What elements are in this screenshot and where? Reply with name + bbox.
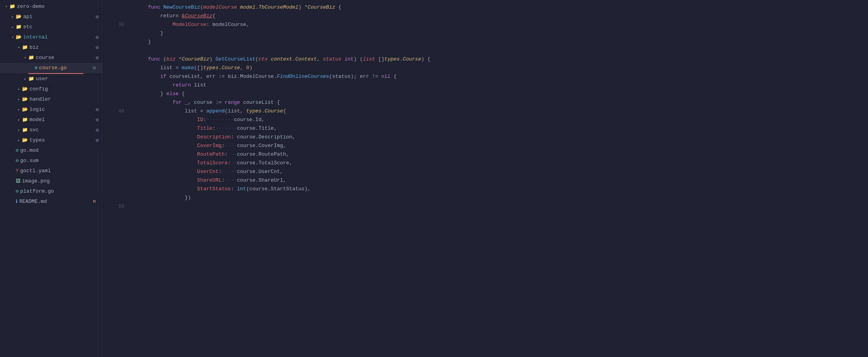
sidebar-item-user[interactable]: 📁 user [0, 74, 102, 84]
sidebar-item-svc[interactable]: 📁 svc [0, 125, 102, 135]
sidebar-item-image-png[interactable]: 🖼 image.png [0, 176, 102, 186]
platform-go-label: platform.go [20, 187, 54, 196]
sidebar-item-goctl-yaml[interactable]: Y goctl.yaml [0, 166, 102, 176]
sidebar-item-platform-go[interactable]: ⚙ platform.go [0, 186, 102, 197]
types-dot [96, 139, 99, 142]
file-explorer: 📁 zero-demo 📂 api 📁 etc 📂 internal 📁 biz… [0, 0, 102, 357]
model-label: model [30, 116, 45, 124]
etc-folder-icon: 📁 [16, 23, 22, 31]
root-folder-icon: 📁 [9, 2, 15, 11]
sidebar-item-handler[interactable]: 📂 handler [0, 94, 102, 105]
go-sum-icon: ⚙ [16, 156, 18, 165]
go-mod-label: go.mod [20, 146, 39, 155]
code-line-3: ModelCourse: modelCourse, [148, 20, 868, 29]
editor-body: 30 40 [102, 0, 868, 357]
api-arrow [9, 13, 16, 21]
logic-dot [96, 108, 99, 111]
goctl-yaml-label: goctl.yaml [20, 167, 51, 175]
code-line-1: func NewCourseBiz(modelCourse model.TbCo… [148, 3, 868, 12]
course-go-icon: ⚙ [35, 64, 37, 72]
internal-arrow [9, 33, 16, 42]
code-line-20: ShareURL:····course.ShareUrl, [148, 176, 868, 185]
goctl-yaml-icon: Y [16, 167, 18, 175]
sidebar-item-model[interactable]: 📁 model [0, 115, 102, 125]
linenum-blank9 [110, 81, 124, 90]
course-go-label: course.go [39, 64, 66, 72]
code-content[interactable]: func NewCourseBiz(modelCourse model.TbCo… [142, 3, 868, 357]
biz-label: biz [30, 43, 39, 52]
internal-dot [96, 36, 99, 39]
sidebar-item-readme-md[interactable]: ℹ README.md M [0, 197, 102, 207]
gutter-dots-col [102, 3, 110, 357]
svc-folder-icon: 📁 [22, 126, 28, 134]
code-line-13: ID:·········course.Id, [148, 116, 868, 124]
code-line-8: if courseList, err := biz.ModelCourse.Fi… [148, 72, 868, 81]
readme-md-badge: M [93, 197, 99, 206]
model-dot [96, 118, 99, 121]
linenum-blank20 [110, 185, 124, 193]
course-folder-label: course [36, 53, 54, 62]
code-line-4: } [148, 29, 868, 38]
code-line-15: Description: course.Description, [148, 133, 868, 142]
etc-arrow [9, 23, 16, 31]
biz-dot [96, 46, 99, 49]
handler-label: handler [30, 95, 51, 104]
code-line-14: Title:·······course.Title, [148, 124, 868, 133]
svc-arrow [16, 126, 22, 134]
linenum-blank13 [110, 124, 124, 133]
sidebar-item-etc[interactable]: 📁 etc [0, 22, 102, 32]
image-png-label: image.png [22, 177, 50, 186]
linenum-blank15 [110, 142, 124, 150]
code-line-16: CoverImg:····course.CoverImg, [148, 142, 868, 150]
image-png-icon: 🖼 [16, 177, 20, 186]
code-line-blank [148, 46, 868, 55]
linenum-blank19 [110, 176, 124, 185]
course-dot [96, 56, 99, 59]
linenum-40: 40 [110, 107, 124, 116]
config-label: config [30, 85, 48, 94]
internal-folder-icon: 📂 [16, 33, 22, 42]
line-numbers: 30 40 [110, 3, 129, 357]
linenum-blank17 [110, 159, 124, 167]
sidebar-item-go-mod[interactable]: ⚙ go.mod [0, 145, 102, 156]
tree-root[interactable]: 📁 zero-demo [0, 2, 102, 12]
model-folder-icon: 📁 [22, 116, 28, 124]
code-line-2: return &CourseBiz{ [148, 12, 868, 20]
biz-folder-icon: 📁 [22, 43, 28, 52]
sidebar-item-logic[interactable]: 📂 logic [0, 105, 102, 115]
linenum-blank4 [110, 38, 124, 46]
indent-arrows-col [129, 3, 142, 357]
course-go-badge: U [93, 64, 99, 72]
code-line-10: } else { [148, 90, 868, 98]
sidebar-item-course-go[interactable]: ⚙ course.go U [0, 63, 102, 73]
logic-label: logic [30, 105, 45, 114]
linenum-blank12 [110, 116, 124, 124]
user-label: user [36, 75, 48, 83]
code-editor[interactable]: 30 40 [102, 0, 868, 357]
types-arrow [16, 136, 22, 145]
sidebar-item-types[interactable]: 📂 types [0, 135, 102, 145]
code-line-11: for _, course := range courseList { [148, 98, 868, 107]
sidebar-item-go-sum[interactable]: ⚙ go.sum [0, 156, 102, 166]
handler-arrow [16, 95, 22, 104]
root-label: zero-demo [17, 2, 44, 11]
types-folder-icon: 📂 [22, 136, 28, 145]
sidebar-item-api[interactable]: 📂 api [0, 12, 102, 22]
code-line-6: func (biz *CourseBiz) GetCourseList(ctx … [148, 55, 868, 64]
sidebar-item-course-folder[interactable]: 📁 course [0, 53, 102, 63]
linenum-blank11 [110, 98, 124, 107]
model-arrow [16, 116, 22, 124]
linenum-30: 30 [110, 20, 124, 29]
code-line-18: TotalScore:··course.TotalScore, [148, 159, 868, 167]
linenum-blank8 [110, 72, 124, 81]
sidebar-item-internal[interactable]: 📂 internal [0, 32, 102, 42]
api-folder-icon: 📂 [16, 13, 22, 21]
api-label: api [23, 13, 32, 21]
go-sum-label: go.sum [20, 156, 39, 165]
svc-dot [96, 129, 99, 132]
sidebar-item-biz[interactable]: 📁 biz [0, 42, 102, 53]
etc-label: etc [23, 23, 32, 31]
linenum-blank6 [110, 55, 124, 64]
linenum-blank21 [110, 193, 124, 202]
sidebar-item-config[interactable]: 📂 config [0, 84, 102, 94]
